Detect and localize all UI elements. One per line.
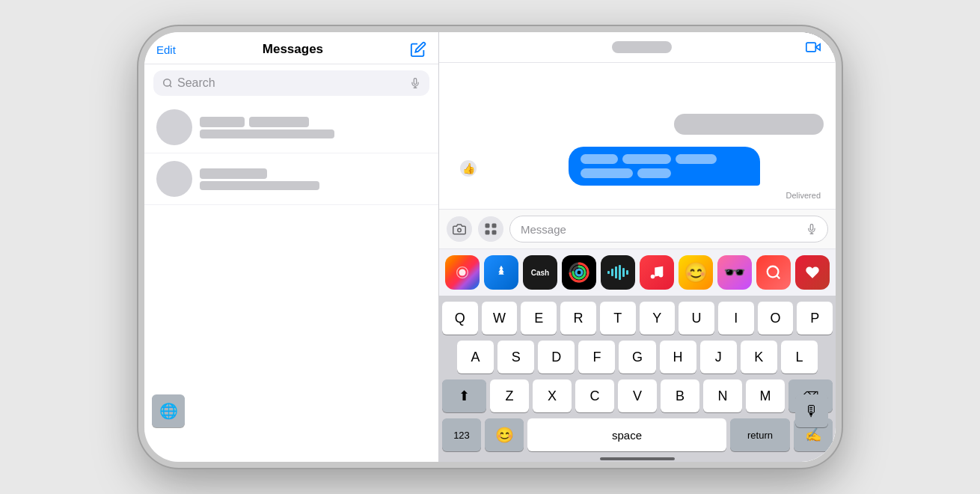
video-call-icon[interactable] <box>803 40 824 55</box>
keyboard-bottom-row: 123 😊 space return ✍ <box>442 418 833 451</box>
app-icon-search-red[interactable] <box>756 255 791 290</box>
app-icon-avatar[interactable]: 🕶️ <box>717 255 752 290</box>
key-v[interactable]: V <box>618 379 657 412</box>
app-icon-music[interactable] <box>640 255 674 290</box>
svg-rect-5 <box>492 224 497 228</box>
mic-key[interactable]: 🎙 <box>795 394 828 427</box>
svg-rect-18 <box>615 266 617 278</box>
app-icon-soundwave[interactable] <box>601 255 635 290</box>
phone-shell: Edit Messages Search <box>138 26 842 468</box>
contact-info <box>612 41 672 53</box>
conv-messages: 👍 De <box>439 63 836 209</box>
svg-rect-17 <box>611 269 613 276</box>
home-bar <box>600 457 675 460</box>
num-key[interactable]: 123 <box>442 418 481 451</box>
key-s[interactable]: S <box>497 341 534 373</box>
key-w[interactable]: W <box>482 302 518 335</box>
space-key[interactable]: space <box>527 418 726 451</box>
app-icon-photos[interactable] <box>445 255 480 290</box>
keyboard: Q W E R T Y U I O P A S D F G <box>439 296 836 454</box>
keyboard-row-2: A S D F G H J K L <box>442 341 833 373</box>
svg-rect-21 <box>626 270 628 275</box>
app-icon-appstore[interactable] <box>484 255 518 290</box>
messages-list-panel: Edit Messages Search <box>144 32 439 462</box>
contact-name-blurred-2 <box>249 117 309 127</box>
globe-key[interactable]: 🌐 <box>152 394 185 427</box>
messages-header: Edit Messages <box>144 32 438 64</box>
convo-name-row <box>200 117 426 127</box>
key-h[interactable]: H <box>660 341 696 373</box>
msg-word-1 <box>581 154 618 164</box>
return-key[interactable]: return <box>730 418 790 451</box>
key-g[interactable]: G <box>619 341 655 373</box>
message-input-field[interactable]: Message <box>509 216 828 243</box>
svg-rect-20 <box>622 268 625 277</box>
svg-marker-1 <box>815 44 820 50</box>
screen: Edit Messages Search <box>144 32 836 462</box>
key-q[interactable]: Q <box>442 302 478 335</box>
globe-keyboard-button[interactable]: 🌐 <box>152 394 185 427</box>
app-icon-cash[interactable]: Cash <box>523 255 557 290</box>
emoji-key[interactable]: 😊 <box>485 418 524 451</box>
key-t[interactable]: T <box>600 302 636 335</box>
key-l[interactable]: L <box>781 341 818 373</box>
key-j[interactable]: J <box>700 341 737 373</box>
key-y[interactable]: Y <box>640 302 676 335</box>
key-p[interactable]: P <box>797 302 833 335</box>
svg-rect-16 <box>607 271 610 274</box>
convo-name-row <box>200 168 426 179</box>
search-icon <box>162 78 173 88</box>
key-f[interactable]: F <box>578 341 615 373</box>
svg-point-8 <box>459 269 465 275</box>
key-m[interactable]: M <box>746 379 785 412</box>
sent-message-content <box>581 154 748 178</box>
key-d[interactable]: D <box>538 341 575 373</box>
received-message-row <box>451 114 824 138</box>
convo-preview <box>200 129 426 138</box>
key-k[interactable]: K <box>741 341 777 373</box>
keyboard-row-3: ⬆ Z X C V B N M ⌫ <box>442 379 833 412</box>
message-input-area: Message <box>439 209 836 248</box>
key-u[interactable]: U <box>679 302 714 335</box>
edit-button[interactable]: Edit <box>156 43 176 56</box>
svg-rect-2 <box>806 43 816 52</box>
svg-point-15 <box>576 269 582 275</box>
key-o[interactable]: O <box>758 302 794 335</box>
key-a[interactable]: A <box>457 341 494 373</box>
key-x[interactable]: X <box>533 379 572 412</box>
received-message-container <box>674 114 824 138</box>
key-c[interactable]: C <box>575 379 614 412</box>
svg-rect-6 <box>486 231 490 235</box>
key-r[interactable]: R <box>560 302 596 335</box>
msg-word-2 <box>622 154 671 164</box>
list-item[interactable] <box>144 153 438 205</box>
key-n[interactable]: N <box>703 379 742 412</box>
apps-button[interactable] <box>478 216 503 242</box>
shift-key[interactable]: ⬆ <box>442 379 486 412</box>
app-icon-memoji[interactable]: 😊 <box>679 255 713 290</box>
search-placeholder-text: Search <box>177 76 405 90</box>
app-icon-heart[interactable] <box>795 255 830 290</box>
convo-preview-2 <box>200 181 426 190</box>
key-b[interactable]: B <box>661 379 699 412</box>
app-drawer: Cash <box>439 248 836 296</box>
list-item[interactable] <box>144 102 438 153</box>
keyboard-row-1: Q W E R T Y U I O P <box>442 302 833 335</box>
camera-button[interactable] <box>447 216 472 242</box>
compose-icon[interactable] <box>410 41 426 58</box>
delivered-status: Delivered <box>451 191 821 200</box>
app-icon-activity[interactable] <box>562 255 596 290</box>
msg-word-5 <box>637 168 671 178</box>
key-z[interactable]: Z <box>490 379 529 412</box>
mic-keyboard-button[interactable]: 🎙 <box>795 394 828 427</box>
search-bar[interactable]: Search <box>153 70 429 96</box>
convo-info <box>200 168 426 190</box>
message-placeholder: Message <box>521 223 566 236</box>
svg-rect-7 <box>492 231 497 235</box>
side-button-right <box>839 197 842 257</box>
svg-point-24 <box>768 266 779 278</box>
svg-rect-19 <box>619 265 621 280</box>
mic-icon <box>410 76 420 90</box>
key-i[interactable]: I <box>718 302 754 335</box>
key-e[interactable]: E <box>521 302 557 335</box>
